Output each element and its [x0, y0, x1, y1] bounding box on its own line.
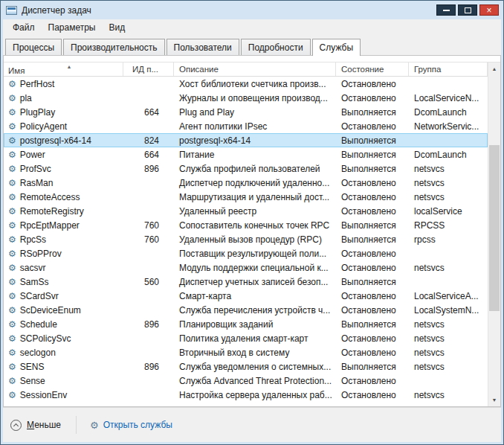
service-name: ProfSvc	[20, 164, 51, 174]
service-description: Служба Advanced Threat Protection...	[174, 376, 336, 386]
menu-item-file[interactable]: Файл	[6, 20, 42, 35]
table-row[interactable]: ⚙ RemoteRegistry Удаленный реестр Остано…	[4, 204, 488, 218]
table-row[interactable]: ⚙ SCPolicySvc Политика удаления смарт-ка…	[4, 331, 488, 345]
table-row[interactable]: ⚙ seclogon Вторичный вход в систему Оста…	[4, 345, 488, 359]
service-name-cell: ⚙ PlugPlay	[4, 107, 123, 118]
service-group: netsvcs	[409, 263, 488, 273]
service-name-cell: ⚙ SENS	[4, 362, 123, 372]
service-name-cell: ⚙ PerfHost	[4, 79, 123, 89]
service-description: postgresql-x64-14	[174, 135, 336, 146]
scrollbar-track[interactable]	[488, 75, 500, 394]
service-gear-icon: ⚙	[8, 179, 16, 188]
service-gear-icon: ⚙	[8, 108, 16, 117]
service-name: PolicyAgent	[20, 121, 67, 132]
service-group: LocalSystemN...	[409, 305, 488, 316]
tab-users[interactable]: Пользователи	[167, 39, 239, 55]
service-description: Хост библиотеки счетчика произв...	[174, 79, 336, 89]
app-area: Файл Параметры Вид Процессы Производител…	[3, 19, 501, 442]
open-services-button[interactable]: ⚙ Открыть службы	[84, 415, 178, 435]
menu-bar: Файл Параметры Вид	[3, 19, 501, 36]
table-row[interactable]: ⚙ PlugPlay 664 Plug and Play Выполняется…	[4, 105, 488, 119]
tab-details[interactable]: Подробности	[241, 39, 311, 55]
column-header-name[interactable]: Имя ▲	[4, 63, 123, 76]
service-name: SessionEnv	[20, 390, 67, 400]
table-row[interactable]: ⚙ PolicyAgent Агент политики IPsec Остан…	[4, 119, 488, 133]
service-group: netsvcs	[409, 178, 488, 188]
service-group: rpcss	[409, 234, 488, 245]
service-gear-icon: ⚙	[8, 164, 16, 173]
tab-services[interactable]: Службы	[312, 39, 361, 56]
menu-item-view[interactable]: Вид	[102, 20, 132, 35]
table-row[interactable]: ⚙ RpcEptMapper 760 Сопоставитель конечны…	[4, 218, 488, 232]
window-controls: ×	[436, 4, 499, 16]
service-gear-icon: ⚙	[8, 292, 16, 301]
service-description: Журналы и оповещения производ...	[174, 93, 336, 103]
service-name-cell: ⚙ RemoteAccess	[4, 192, 123, 202]
service-gear-icon: ⚙	[8, 348, 16, 357]
table-row[interactable]: ⚙ SamSs 560 Диспетчер учетных записей бе…	[4, 275, 488, 289]
table-row[interactable]: ⚙ postgresql-x64-14 824 postgresql-x64-1…	[4, 133, 488, 147]
service-name-cell: ⚙ RasMan	[4, 178, 123, 188]
service-status: Остановлено	[336, 376, 409, 386]
column-header-name-label: Имя	[8, 66, 25, 75]
tab-processes[interactable]: Процессы	[5, 39, 62, 55]
table-row[interactable]: ⚙ PerfHost Хост библиотеки счетчика прои…	[4, 77, 488, 91]
close-button[interactable]: ×	[479, 4, 499, 16]
table-row[interactable]: ⚙ ProfSvc 896 Служба профилей пользовате…	[4, 161, 488, 176]
scrollbar-down-icon[interactable]: ▼	[488, 394, 500, 406]
fewer-details-button[interactable]: Меньше	[9, 415, 68, 435]
menu-item-options[interactable]: Параметры	[42, 20, 103, 35]
service-gear-icon: ⚙	[8, 150, 16, 159]
service-group: DcomLaunch	[409, 107, 488, 118]
table-row[interactable]: ⚙ SCardSvr Смарт-карта Остановлено Local…	[4, 289, 488, 303]
service-pid: 760	[123, 220, 174, 231]
service-description: Plug and Play	[174, 107, 336, 118]
service-gear-icon: ⚙	[8, 334, 16, 343]
service-name: RpcEptMapper	[20, 220, 80, 231]
table-row[interactable]: ⚙ sacsvr Модуль поддержки специальной к.…	[4, 260, 488, 275]
table-row[interactable]: ⚙ Power 664 Питание Выполняется DcomLaun…	[4, 147, 488, 161]
table-row[interactable]: ⚙ SessionEnv Настройка сервера удаленных…	[4, 388, 488, 402]
service-group: netsvcs	[409, 319, 488, 330]
service-name-cell: ⚙ RpcEptMapper	[4, 220, 123, 231]
service-description: Служба уведомления о системных...	[174, 362, 336, 372]
table-row[interactable]: ⚙ pla Журналы и оповещения производ... О…	[4, 91, 488, 105]
column-header-pid[interactable]: ИД п...	[123, 63, 174, 76]
table-row[interactable]: ⚙ RSoPProv Поставщик результирующей поли…	[4, 246, 488, 260]
table-row[interactable]: ⚙ ScDeviceEnum Служба перечисления устро…	[4, 303, 488, 317]
tab-performance[interactable]: Производительность	[63, 39, 164, 55]
service-pid: 664	[123, 150, 174, 160]
scrollbar-up-icon[interactable]: ▲	[488, 63, 500, 75]
service-status: Остановлено	[336, 79, 409, 89]
service-pid: 760	[123, 234, 174, 245]
maximize-button[interactable]	[458, 4, 477, 16]
services-pane: Имя ▲ ИД п... Описание Состояние Группа …	[3, 55, 501, 407]
service-name-cell: ⚙ Sense	[4, 376, 123, 386]
title-bar[interactable]: Диспетчер задач ×	[1, 1, 503, 19]
scrollbar-thumb[interactable]	[489, 145, 500, 311]
service-name-cell: ⚙ SamSs	[4, 277, 123, 287]
service-group: netsvcs	[409, 333, 488, 344]
service-group: localService	[409, 206, 488, 217]
service-description: Модуль поддержки специальной к...	[174, 263, 336, 273]
service-pid: 896	[123, 362, 174, 372]
minimize-button[interactable]	[436, 4, 456, 16]
table-row[interactable]: ⚙ RemoteAccess Маршрутизация и удаленный…	[4, 190, 488, 204]
table-row[interactable]: ⚙ SENS 896 Служба уведомления о системны…	[4, 359, 488, 374]
table-row[interactable]: ⚙ Sense Служба Advanced Threat Protectio…	[4, 374, 488, 388]
column-header-status[interactable]: Состояние	[336, 63, 409, 76]
close-icon: ×	[486, 6, 491, 15]
column-header-description[interactable]: Описание	[174, 63, 336, 76]
table-row[interactable]: ⚙ RpcSs 760 Удаленный вызов процедур (RP…	[4, 232, 488, 246]
service-gear-icon: ⚙	[8, 249, 16, 258]
service-status: Выполняется	[336, 362, 409, 372]
table-row[interactable]: ⚙ Schedule 896 Планировщик заданий Выпол…	[4, 317, 488, 331]
service-status: Остановлено	[336, 263, 409, 273]
vertical-scrollbar[interactable]: ▲ ▼	[488, 63, 500, 406]
table-row[interactable]: ⚙ RasMan Диспетчер подключений удаленно.…	[4, 176, 488, 190]
fewer-details-label: Меньше	[27, 420, 61, 430]
service-status: Выполняется	[336, 220, 409, 231]
column-header-group[interactable]: Группа	[409, 63, 488, 76]
service-status: Остановлено	[336, 192, 409, 202]
task-manager-app-icon	[6, 6, 17, 15]
